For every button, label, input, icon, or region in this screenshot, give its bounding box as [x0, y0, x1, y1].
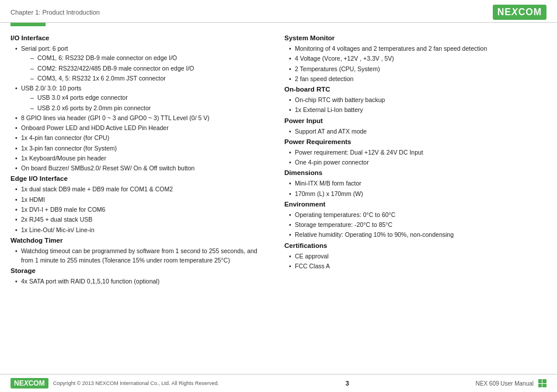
list-item: 8 GPIO lines via header (GPI 0 ~ 3 and G… [15, 113, 267, 123]
footer-logo-text: NEXCOM [14, 379, 45, 387]
rtc-section: On-board RTC On-chip RTC with battery ba… [284, 86, 546, 115]
chapter-title: Chapter 1: Product Introduction [11, 9, 100, 16]
list-item: USB 3.0 x4 ports edge connector [30, 93, 267, 102]
list-item: 170mm (L) x 170mm (W) [289, 189, 546, 198]
list-item: 4x SATA port with RAID 0,1,5,10 function… [15, 276, 267, 286]
system-monitor-title: System Monitor [284, 34, 546, 41]
list-item: Support AT and ATX mode [289, 127, 546, 136]
list-item: On board Buzzer/ SMBus2.0/ Reset SW/ On … [15, 163, 267, 173]
edge-io-list: 1x dual stack DB9 male + DB9 male for CO… [11, 184, 267, 234]
list-item: Onboard Power LED and HDD Active LED Pin… [15, 123, 267, 132]
watchdog-title: Watchdog Timer [11, 237, 267, 244]
list-item: Relative humidity: Operating 10% to 90%,… [289, 230, 546, 239]
certifications-section: Certifications CE approval FCC Class A [284, 242, 546, 271]
nexcom-logo: NEXCOM [493, 5, 546, 20]
rtc-list: On-chip RTC with battery backup 1x Exter… [284, 95, 546, 115]
list-item: 1x 4-pin fan connector (for CPU) [15, 133, 267, 142]
footer-grid-icon [538, 379, 546, 387]
footer: NEXCOM Copyright © 2013 NEXCOM Internati… [0, 374, 557, 392]
list-item: 1x Keyboard/Mouse pin header [15, 153, 267, 163]
power-input-section: Power Input Support AT and ATX mode [284, 117, 546, 136]
list-item: 2 Temperatures (CPU, System) [289, 64, 546, 74]
certifications-list: CE approval FCC Class A [284, 251, 546, 271]
system-monitor-list: Monitoring of 4 voltages and 2 temperatu… [284, 44, 546, 83]
system-monitor-section: System Monitor Monitoring of 4 voltages … [284, 34, 546, 83]
power-input-title: Power Input [284, 117, 546, 124]
logo-text: NEXCOM [497, 7, 542, 17]
list-item: 1x 3-pin fan connector (for System) [15, 144, 267, 153]
grid-cell [538, 384, 542, 388]
grid-cell [542, 379, 546, 383]
usb-sublist: USB 3.0 x4 ports edge connector USB 2.0 … [21, 93, 267, 113]
list-item: FCC Class A [289, 261, 546, 271]
environment-section: Environment Operating temperatures: 0°C … [284, 201, 546, 240]
list-item: Watchdog timeout can be programmed by so… [15, 246, 267, 265]
footer-left: NEXCOM Copyright © 2013 NEXCOM Internati… [11, 378, 219, 388]
grid-cell [542, 384, 546, 388]
list-item: 1x HDMI [15, 195, 267, 204]
storage-title: Storage [11, 267, 267, 274]
footer-right: NEX 609 User Manual [475, 379, 546, 387]
list-item: 2 fan speed detection [289, 74, 546, 83]
list-item: USB 2.0 x6 ports by 2.0mm pin connector [30, 103, 267, 113]
dimensions-list: Mini-ITX M/B form factor 170mm (L) x 170… [284, 178, 546, 198]
serial-port-sublist: COM1, 6: RS232 DB-9 male connector on ed… [21, 53, 267, 83]
list-item: COM1, 6: RS232 DB-9 male connector on ed… [30, 53, 267, 62]
list-item: One 4-pin power connector [289, 158, 546, 167]
list-item: CE approval [289, 251, 546, 261]
list-item: Operating temperatures: 0°C to 60°C [289, 210, 546, 219]
edge-io-title: Edge I/O Interface [11, 175, 267, 182]
storage-section: Storage 4x SATA port with RAID 0,1,5,10 … [11, 267, 267, 286]
page-wrapper: Chapter 1: Product Introduction NEXCOM I… [0, 0, 557, 289]
list-item: On-chip RTC with battery backup [289, 95, 546, 104]
main-content: I/O Interface Serial port: 6 port COM1, … [0, 26, 557, 289]
list-item: Monitoring of 4 voltages and 2 temperatu… [289, 44, 546, 53]
edge-io-section: Edge I/O Interface 1x dual stack DB9 mal… [11, 175, 267, 234]
certifications-title: Certifications [284, 242, 546, 249]
storage-list: 4x SATA port with RAID 0,1,5,10 function… [11, 276, 267, 286]
list-item: 4 Voltage (Vcore, +12V , +3.3V , 5V) [289, 54, 546, 63]
power-requirements-title: Power Requirements [284, 138, 546, 145]
footer-copyright: Copyright © 2013 NEXCOM International Co… [53, 380, 219, 386]
rtc-title: On-board RTC [284, 86, 546, 93]
footer-page-number: 3 [346, 380, 349, 387]
list-item: 1x Line-Out/ Mic-in/ Line-in [15, 225, 267, 235]
power-input-list: Support AT and ATX mode [284, 127, 546, 136]
list-item: Mini-ITX M/B form factor [289, 178, 546, 188]
header: Chapter 1: Product Introduction NEXCOM [0, 0, 557, 23]
watchdog-section: Watchdog Timer Watchdog timeout can be p… [11, 237, 267, 265]
list-item: Serial port: 6 port COM1, 6: RS232 DB-9 … [15, 44, 267, 83]
footer-logo: NEXCOM [11, 378, 48, 388]
list-item: COM2: RS232/422/485 DB-9 male connector … [30, 64, 267, 73]
footer-model: NEX 609 User Manual [475, 380, 534, 387]
list-item: Storage temperature: -20°C to 85°C [289, 220, 546, 229]
list-item: COM3, 4, 5: RS232 1x 6 2.0mm JST connect… [30, 74, 267, 83]
right-column: System Monitor Monitoring of 4 voltages … [278, 34, 546, 289]
list-item: 1x dual stack DB9 male + DB9 male for CO… [15, 184, 267, 194]
list-item: 1x DVI-I + DB9 male for COM6 [15, 205, 267, 214]
power-requirements-section: Power Requirements Power requirement: Du… [284, 138, 546, 167]
grid-cell [538, 379, 542, 383]
dimensions-title: Dimensions [284, 169, 546, 176]
io-interface-section: I/O Interface Serial port: 6 port COM1, … [11, 34, 267, 173]
list-item: 2x RJ45 + dual stack USB [15, 215, 267, 224]
left-column: I/O Interface Serial port: 6 port COM1, … [11, 34, 278, 289]
list-item: USB 2.0/ 3.0: 10 ports USB 3.0 x4 ports … [15, 83, 267, 113]
list-item: Power requirement: Dual +12V & 24V DC In… [289, 148, 546, 157]
io-interface-title: I/O Interface [11, 34, 267, 41]
dimensions-section: Dimensions Mini-ITX M/B form factor 170m… [284, 169, 546, 198]
list-item: 1x External Li-Ion battery [289, 105, 546, 114]
environment-title: Environment [284, 201, 546, 208]
watchdog-list: Watchdog timeout can be programmed by so… [11, 246, 267, 265]
environment-list: Operating temperatures: 0°C to 60°C Stor… [284, 210, 546, 240]
io-interface-list: Serial port: 6 port COM1, 6: RS232 DB-9 … [11, 44, 267, 173]
power-requirements-list: Power requirement: Dual +12V & 24V DC In… [284, 148, 546, 167]
